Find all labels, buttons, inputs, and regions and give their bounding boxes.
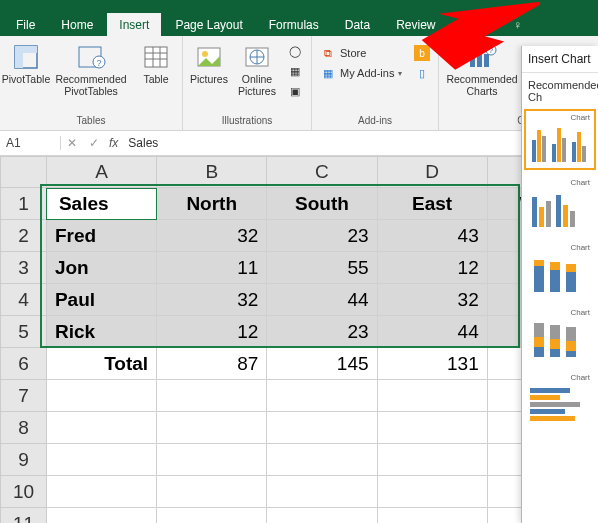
screenshot-button[interactable]: ▣	[285, 82, 305, 100]
cell[interactable]: East	[377, 188, 487, 220]
svg-rect-7	[145, 47, 167, 67]
tab-formulas[interactable]: Formulas	[257, 13, 331, 36]
cell[interactable]: 55	[267, 252, 377, 284]
cell[interactable]: 145	[267, 348, 377, 380]
chart-thumb-stacked-column[interactable]: Chart	[526, 306, 594, 363]
cell[interactable]	[267, 380, 377, 412]
fx-label[interactable]: fx	[105, 136, 122, 150]
cell[interactable]	[157, 412, 267, 444]
row-header[interactable]: 6	[1, 348, 47, 380]
tab-file[interactable]: File	[4, 13, 47, 36]
table-button[interactable]: Table	[132, 40, 180, 100]
enter-button[interactable]: ✓	[83, 136, 105, 150]
row-header[interactable]: 7	[1, 380, 47, 412]
row-header[interactable]: 2	[1, 220, 47, 252]
cell[interactable]: 32	[377, 284, 487, 316]
cell[interactable]: Fred	[46, 220, 156, 252]
cell[interactable]: 44	[267, 284, 377, 316]
svg-rect-3	[15, 46, 37, 53]
cell[interactable]	[46, 508, 156, 524]
my-addins-button[interactable]: ▦ My Add-ins ▾	[318, 64, 408, 82]
cell[interactable]	[377, 508, 487, 524]
cell[interactable]	[377, 476, 487, 508]
row-header[interactable]: 8	[1, 412, 47, 444]
row-header[interactable]: 11	[1, 508, 47, 524]
store-button[interactable]: ⧉ Store	[318, 44, 408, 62]
chart-thumb-clustered-column[interactable]: Chart	[526, 111, 594, 168]
panel-tab-recommended[interactable]: Recommended Ch	[522, 73, 598, 107]
tab-view[interactable]: View	[450, 13, 500, 36]
row-header[interactable]: 5	[1, 316, 47, 348]
cell[interactable]	[157, 508, 267, 524]
recommended-charts-button[interactable]: ? Recommended Charts	[441, 40, 523, 100]
shapes-button[interactable]: ◯	[285, 42, 305, 60]
cell[interactable]: 32	[157, 284, 267, 316]
row-header[interactable]: 1	[1, 188, 47, 220]
cell[interactable]: 12	[377, 252, 487, 284]
row-header[interactable]: 9	[1, 444, 47, 476]
tab-data[interactable]: Data	[333, 13, 382, 36]
cell[interactable]: Paul	[46, 284, 156, 316]
cell[interactable]: 23	[267, 316, 377, 348]
cell[interactable]	[267, 508, 377, 524]
svg-rect-52	[550, 270, 560, 292]
cell[interactable]	[267, 444, 377, 476]
cell[interactable]	[157, 380, 267, 412]
online-pictures-button[interactable]: Online Pictures	[233, 40, 281, 100]
cell[interactable]: Total	[46, 348, 156, 380]
cell[interactable]: 44	[377, 316, 487, 348]
tab-review[interactable]: Review	[384, 13, 447, 36]
cell[interactable]: Rick	[46, 316, 156, 348]
tab-tell-me[interactable]: ♀	[501, 13, 534, 36]
cell[interactable]: Jon	[46, 252, 156, 284]
cell[interactable]	[377, 412, 487, 444]
svg-rect-64	[566, 351, 576, 357]
pivottable-button[interactable]: PivotTable	[2, 40, 50, 100]
cell[interactable]: 87	[157, 348, 267, 380]
people-graph-button[interactable]: ▯	[412, 64, 432, 82]
select-all-corner[interactable]	[1, 157, 47, 188]
bing-maps-button[interactable]: b	[412, 44, 432, 62]
cell[interactable]	[157, 444, 267, 476]
row-header[interactable]: 3	[1, 252, 47, 284]
tab-page-layout[interactable]: Page Layout	[163, 13, 254, 36]
cell[interactable]	[46, 412, 156, 444]
tab-insert[interactable]: Insert	[107, 13, 161, 36]
panel-title: Insert Chart	[522, 46, 598, 73]
cell[interactable]: 32	[157, 220, 267, 252]
chart-thumb-stacked-bar[interactable]: Chart	[526, 241, 594, 298]
store-label: Store	[340, 47, 366, 59]
row-header[interactable]: 4	[1, 284, 47, 316]
col-header-b[interactable]: B	[157, 157, 267, 188]
worksheet[interactable]: A B C D E 1 Sales North South East West …	[0, 156, 598, 523]
cell[interactable]: 12	[157, 316, 267, 348]
cell[interactable]: North	[157, 188, 267, 220]
chart-thumb-bar[interactable]: Chart	[526, 371, 594, 428]
col-header-a[interactable]: A	[46, 157, 156, 188]
cell[interactable]: South	[267, 188, 377, 220]
chart-thumb-clustered-column-2[interactable]: Chart	[526, 176, 594, 233]
cell[interactable]: 23	[267, 220, 377, 252]
name-box[interactable]: A1	[0, 136, 61, 150]
cell[interactable]: 43	[377, 220, 487, 252]
svg-rect-36	[537, 130, 541, 162]
col-header-c[interactable]: C	[267, 157, 377, 188]
cell[interactable]: Sales	[46, 188, 156, 220]
cell[interactable]	[377, 444, 487, 476]
cancel-button[interactable]: ✕	[61, 136, 83, 150]
cell[interactable]	[267, 476, 377, 508]
cell[interactable]	[46, 380, 156, 412]
cell[interactable]	[157, 476, 267, 508]
row-header[interactable]: 10	[1, 476, 47, 508]
cell[interactable]: 131	[377, 348, 487, 380]
cell[interactable]	[267, 412, 377, 444]
tab-home[interactable]: Home	[49, 13, 105, 36]
smartart-button[interactable]: ▦	[285, 62, 305, 80]
col-header-d[interactable]: D	[377, 157, 487, 188]
recommended-pivottables-button[interactable]: ? Recommended PivotTables	[50, 40, 132, 100]
pictures-button[interactable]: Pictures	[185, 40, 233, 100]
cell[interactable]	[377, 380, 487, 412]
cell[interactable]: 11	[157, 252, 267, 284]
cell[interactable]	[46, 476, 156, 508]
cell[interactable]	[46, 444, 156, 476]
